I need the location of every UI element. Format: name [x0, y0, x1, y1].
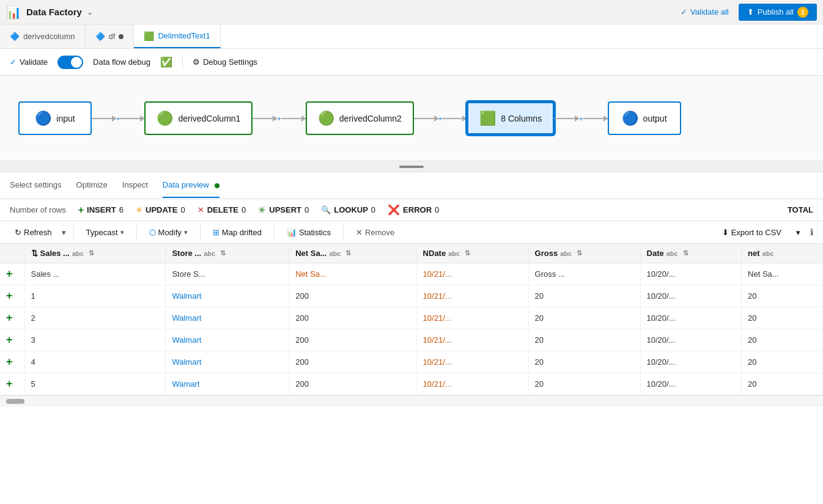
action-sep-2	[136, 225, 137, 239]
th-ndate: NDate abc ⇅	[416, 244, 528, 263]
tab-select-settings[interactable]: Select settings	[10, 173, 62, 198]
node-wrapper-output: 🔵 output	[608, 101, 681, 135]
typecast-button[interactable]: Typecast ▾	[81, 225, 129, 239]
toggle-knob	[71, 57, 82, 68]
tab-icon: 🔷	[10, 32, 20, 41]
stats-row: Number of rows + INSERT 6 ✳ UPDATE 0 ✕ D…	[0, 199, 823, 221]
node-label: input	[56, 114, 75, 123]
node-input[interactable]: 🔵 input	[18, 101, 92, 135]
arrow2	[120, 118, 144, 119]
map-drifted-button[interactable]: ⊞ Map drifted	[208, 225, 267, 239]
tab-derivedcolumn[interactable]: 🔷 derivedcolumn	[0, 24, 86, 48]
table-row: +3Walmart20010/21/...2010/20/...20	[0, 329, 823, 351]
upload-icon: ⬆	[747, 7, 754, 16]
publish-badge: 1	[797, 7, 808, 18]
connector-3: +	[414, 115, 467, 122]
tab-bar: 🔷 derivedcolumn 🔷 df 🟩 DelimitedText1	[0, 24, 823, 49]
arrow4	[281, 118, 306, 119]
modify-chevron: ▾	[184, 228, 188, 236]
delete-icon: ✕	[197, 205, 204, 214]
preview-section: Select settings Optimize Inspect Data pr…	[0, 172, 823, 406]
node-icon: 🔵	[622, 111, 638, 126]
node-8columns[interactable]: 🟩 8 Columns	[467, 101, 555, 135]
stats-icon: 📊	[287, 228, 297, 237]
action-bar: ↻ Refresh ▾ Typecast ▾ ⬡ Modify ▾ ⊞ Map …	[0, 221, 823, 244]
tab-inspect[interactable]: Inspect	[122, 173, 148, 198]
th-sales: ⇅ Sales ... abc ⇅	[24, 244, 166, 263]
action-sep-5	[343, 225, 344, 239]
checkmark-icon: ✓	[10, 57, 17, 67]
validate-button[interactable]: ✓ Validate	[10, 57, 48, 67]
th-net: net abc	[742, 244, 823, 263]
action-sep-1	[73, 225, 74, 239]
stat-lookup: 🔍 LOOKUP 0	[321, 205, 375, 214]
arrow8	[583, 118, 608, 119]
error-icon: ❌	[388, 204, 400, 216]
refresh-button[interactable]: ↻ Refresh	[10, 225, 57, 239]
validate-all-button[interactable]: ✓ Validate all	[681, 7, 729, 16]
action-sep-3	[200, 225, 201, 239]
tab-optimize[interactable]: Optimize	[76, 173, 108, 198]
tab-delimitedtext1[interactable]: 🟩 DelimitedText1	[134, 24, 220, 48]
refresh-chevron[interactable]: ▾	[62, 228, 66, 237]
node-output[interactable]: 🔵 output	[608, 101, 681, 135]
collapse-handle	[399, 166, 424, 168]
remove-button[interactable]: ✕ Remove	[351, 225, 399, 239]
scrollbar-thumb	[6, 399, 24, 404]
statistics-button[interactable]: 📊 Statistics	[282, 225, 336, 239]
info-button[interactable]: ℹ	[810, 227, 813, 237]
node-derived2[interactable]: 🟢 derivedColumn2	[306, 101, 414, 135]
brand-chevron[interactable]: ⌄	[87, 8, 93, 16]
collapse-bar[interactable]	[0, 161, 823, 172]
upsert-icon: ✳	[258, 205, 266, 216]
node-wrapper-input: 🔵 input	[18, 101, 92, 135]
th-plus	[0, 244, 24, 263]
table-row: +5Wamart20010/21/...2010/20/...20	[0, 373, 823, 395]
connector-2: +	[253, 115, 305, 122]
stat-insert: + INSERT 6	[78, 205, 124, 216]
export-csv-button[interactable]: ⬇ Export to CSV	[717, 225, 786, 239]
lookup-icon: 🔍	[321, 205, 331, 214]
map-icon: ⊞	[213, 228, 220, 237]
pipeline-canvas: 🔵 input + 🟢 derivedColumn1 +	[0, 76, 823, 161]
stat-delete: ✕ DELETE 0	[197, 205, 246, 214]
tab-df[interactable]: 🔷 df	[86, 24, 135, 48]
arrow5	[414, 118, 438, 119]
validate-icon: ✓	[681, 7, 687, 16]
debug-settings-button[interactable]: ⚙ Debug Settings	[193, 57, 257, 67]
horizontal-scrollbar[interactable]	[0, 395, 823, 406]
node-icon: 🔵	[35, 111, 51, 126]
toolbar: ✓ Validate Data flow debug ✅ ⚙ Debug Set…	[0, 49, 823, 76]
table-row: +Sales ...Store S...Net Sa...10/21/...Gr…	[0, 263, 823, 285]
data-table: ⇅ Sales ... abc ⇅ Store ... abc ⇅	[0, 244, 823, 395]
th-store: Store ... abc ⇅	[166, 244, 289, 263]
total-label: TOTAL	[788, 205, 813, 214]
node-label: derivedColumn2	[339, 114, 402, 123]
debug-label: Data flow debug	[93, 57, 150, 67]
node-derived1[interactable]: 🟢 derivedColumn1	[144, 101, 253, 135]
tab-data-preview[interactable]: Data preview	[163, 173, 220, 198]
typecast-chevron: ▾	[120, 228, 124, 236]
stat-upsert: ✳ UPSERT 0	[258, 205, 309, 216]
top-bar: 📊 Data Factory ⌄ ✓ Validate all ⬆ Publis…	[0, 0, 823, 24]
node-wrapper-8cols: 🟩 8 Columns	[467, 101, 555, 135]
connector-4: +	[555, 115, 607, 122]
tab-label: df	[109, 32, 116, 41]
unsaved-dot	[119, 34, 124, 39]
table-row: +4Walmart20010/21/...2010/20/...20	[0, 351, 823, 373]
settings-icon: ⚙	[193, 57, 200, 67]
node-wrapper-derived1: 🟢 derivedColumn1	[144, 101, 253, 135]
node-label: 8 Columns	[501, 114, 542, 123]
brand-icon: 📊	[6, 5, 21, 20]
tab-icon: 🔷	[95, 32, 105, 41]
export-chevron[interactable]: ▾	[791, 225, 805, 239]
insert-icon: +	[78, 205, 84, 216]
preview-tab-bar: Select settings Optimize Inspect Data pr…	[0, 172, 823, 199]
th-netsa: Net Sa... abc ⇅	[289, 244, 416, 263]
table-header-row: ⇅ Sales ... abc ⇅ Store ... abc ⇅	[0, 244, 823, 263]
data-table-wrapper: ⇅ Sales ... abc ⇅ Store ... abc ⇅	[0, 244, 823, 395]
debug-toggle[interactable]	[57, 56, 83, 69]
brand-label: Data Factory	[26, 7, 82, 17]
publish-all-button[interactable]: ⬆ Publish all 1	[739, 4, 817, 21]
modify-button[interactable]: ⬡ Modify ▾	[144, 225, 193, 239]
